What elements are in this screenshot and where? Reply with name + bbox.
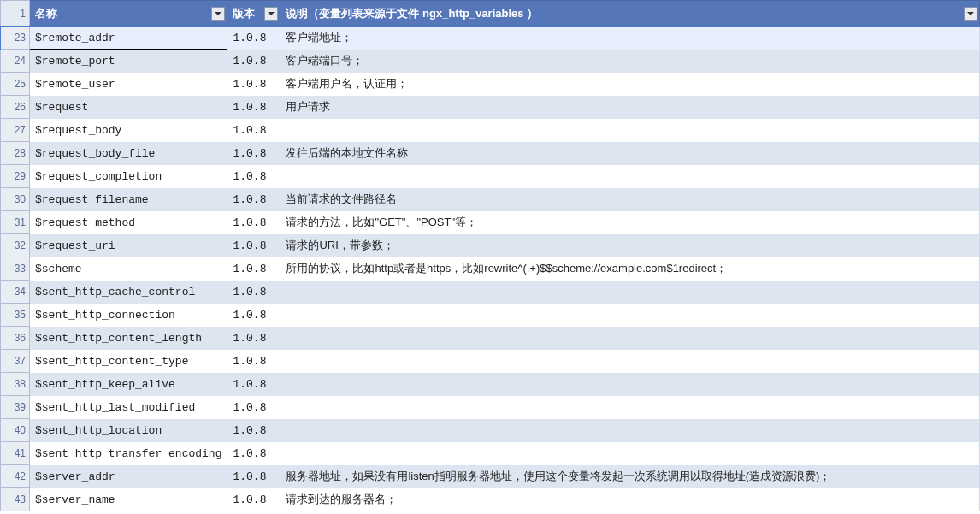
- cell-desc[interactable]: [280, 419, 980, 442]
- row-number[interactable]: 31: [1, 211, 30, 234]
- cell-version[interactable]: 1.0.8: [227, 119, 280, 142]
- cell-desc[interactable]: [280, 281, 980, 304]
- cell-desc[interactable]: [280, 350, 980, 373]
- cell-name[interactable]: $request_body: [30, 119, 227, 142]
- corner-cell[interactable]: 1: [1, 1, 30, 27]
- cell-name[interactable]: $server_name: [30, 488, 227, 511]
- cell-name[interactable]: $remote_user: [30, 73, 227, 96]
- row-number[interactable]: 27: [1, 119, 30, 142]
- column-header-version[interactable]: 版本: [227, 1, 280, 27]
- cell-desc[interactable]: 请求的URI，带参数；: [280, 234, 980, 257]
- filter-button-name[interactable]: [211, 7, 225, 21]
- row-number[interactable]: 40: [1, 419, 30, 442]
- row-number[interactable]: 23: [1, 27, 30, 50]
- table-row[interactable]: 39$sent_http_last_modified1.0.8: [1, 396, 980, 419]
- cell-desc[interactable]: 请求到达的服务器名；: [280, 488, 980, 511]
- filter-button-version[interactable]: [264, 7, 278, 21]
- cell-version[interactable]: 1.0.8: [227, 304, 280, 327]
- table-row[interactable]: 26$request1.0.8用户请求: [1, 96, 980, 119]
- cell-name[interactable]: $sent_http_transfer_encoding: [30, 442, 227, 465]
- table-row[interactable]: 33$scheme1.0.8所用的协议，比如http或者是https，比如rew…: [1, 257, 980, 281]
- cell-desc[interactable]: 用户请求: [280, 96, 980, 119]
- cell-version[interactable]: 1.0.8: [227, 73, 280, 96]
- cell-version[interactable]: 1.0.8: [227, 465, 280, 488]
- cell-version[interactable]: 1.0.8: [227, 142, 280, 165]
- table-row[interactable]: 27$request_body1.0.8: [1, 119, 980, 142]
- cell-version[interactable]: 1.0.8: [227, 188, 280, 211]
- table-row[interactable]: 38$sent_http_keep_alive1.0.8: [1, 373, 980, 396]
- cell-desc[interactable]: [280, 165, 980, 188]
- table-row[interactable]: 25$remote_user1.0.8客户端用户名，认证用；: [1, 73, 980, 96]
- row-number[interactable]: 25: [1, 73, 30, 96]
- cell-desc[interactable]: 发往后端的本地文件名称: [280, 142, 980, 165]
- cell-version[interactable]: 1.0.8: [227, 27, 280, 50]
- cell-version[interactable]: 1.0.8: [227, 488, 280, 511]
- cell-name[interactable]: $server_addr: [30, 465, 227, 488]
- cell-version[interactable]: 1.0.8: [227, 50, 280, 73]
- cell-version[interactable]: 1.0.8: [227, 419, 280, 442]
- row-number[interactable]: 37: [1, 350, 30, 373]
- cell-name[interactable]: $remote_addr: [30, 27, 227, 50]
- cell-desc[interactable]: 当前请求的文件路径名: [280, 188, 980, 211]
- cell-version[interactable]: 1.0.8: [227, 442, 280, 465]
- cell-version[interactable]: 1.0.8: [227, 211, 280, 234]
- cell-desc[interactable]: [280, 327, 980, 350]
- row-number[interactable]: 30: [1, 188, 30, 211]
- cell-name[interactable]: $sent_http_last_modified: [30, 396, 227, 419]
- cell-desc[interactable]: [280, 442, 980, 465]
- cell-version[interactable]: 1.0.8: [227, 234, 280, 257]
- row-number[interactable]: 41: [1, 442, 30, 465]
- table-row[interactable]: 29$request_completion1.0.8: [1, 165, 980, 188]
- table-row[interactable]: 42$server_addr1.0.8服务器地址，如果没有用listen指明服务…: [1, 465, 980, 488]
- cell-version[interactable]: 1.0.8: [227, 396, 280, 419]
- cell-desc[interactable]: 客户端端口号；: [280, 50, 980, 73]
- filter-button-desc[interactable]: [964, 7, 977, 21]
- cell-name[interactable]: $request_completion: [30, 165, 227, 188]
- cell-name[interactable]: $sent_http_location: [30, 419, 227, 442]
- cell-desc[interactable]: 服务器地址，如果没有用listen指明服务器地址，使用这个变量将发起一次系统调用…: [280, 465, 980, 488]
- cell-name[interactable]: $request_body_file: [30, 142, 227, 165]
- table-row[interactable]: 28$request_body_file1.0.8发往后端的本地文件名称: [1, 142, 980, 165]
- table-row[interactable]: 37$sent_http_content_type1.0.8: [1, 350, 980, 373]
- cell-name[interactable]: $request_filename: [30, 188, 227, 211]
- cell-version[interactable]: 1.0.8: [227, 281, 280, 304]
- table-row[interactable]: 30$request_filename1.0.8当前请求的文件路径名: [1, 188, 980, 211]
- row-number[interactable]: 34: [1, 281, 30, 304]
- table-row[interactable]: 31$request_method1.0.8请求的方法，比如"GET"、"POS…: [1, 211, 980, 234]
- row-number[interactable]: 43: [1, 488, 30, 511]
- row-number[interactable]: 35: [1, 304, 30, 327]
- row-number[interactable]: 33: [1, 257, 30, 281]
- cell-desc[interactable]: [280, 119, 980, 142]
- row-number[interactable]: 42: [1, 465, 30, 488]
- cell-name[interactable]: $scheme: [30, 257, 227, 281]
- table-row[interactable]: 41$sent_http_transfer_encoding1.0.8: [1, 442, 980, 465]
- cell-desc[interactable]: [280, 373, 980, 396]
- table-row[interactable]: 35$sent_http_connection1.0.8: [1, 304, 980, 327]
- table-row[interactable]: 32$request_uri1.0.8请求的URI，带参数；: [1, 234, 980, 257]
- cell-desc[interactable]: 请求的方法，比如"GET"、"POST"等；: [280, 211, 980, 234]
- cell-name[interactable]: $request: [30, 96, 227, 119]
- row-number[interactable]: 38: [1, 373, 30, 396]
- row-number[interactable]: 36: [1, 327, 30, 350]
- row-number[interactable]: 32: [1, 234, 30, 257]
- table-row[interactable]: 43$server_name1.0.8请求到达的服务器名；: [1, 488, 980, 511]
- table-row[interactable]: 36$sent_http_content_length1.0.8: [1, 327, 980, 350]
- cell-name[interactable]: $sent_http_content_type: [30, 350, 227, 373]
- row-number[interactable]: 28: [1, 142, 30, 165]
- cell-name[interactable]: $sent_http_connection: [30, 304, 227, 327]
- table-row[interactable]: 23$remote_addr1.0.8客户端地址；: [1, 27, 980, 50]
- cell-desc[interactable]: [280, 304, 980, 327]
- cell-version[interactable]: 1.0.8: [227, 165, 280, 188]
- row-number[interactable]: 29: [1, 165, 30, 188]
- cell-version[interactable]: 1.0.8: [227, 327, 280, 350]
- row-number[interactable]: 26: [1, 96, 30, 119]
- row-number[interactable]: 24: [1, 50, 30, 73]
- table-row[interactable]: 34$sent_http_cache_control1.0.8: [1, 281, 980, 304]
- row-number[interactable]: 39: [1, 396, 30, 419]
- table-row[interactable]: 40$sent_http_location1.0.8: [1, 419, 980, 442]
- cell-name[interactable]: $sent_http_content_length: [30, 327, 227, 350]
- cell-name[interactable]: $remote_port: [30, 50, 227, 73]
- cell-name[interactable]: $request_uri: [30, 234, 227, 257]
- cell-desc[interactable]: 客户端用户名，认证用；: [280, 73, 980, 96]
- cell-desc[interactable]: 客户端地址；: [280, 27, 980, 50]
